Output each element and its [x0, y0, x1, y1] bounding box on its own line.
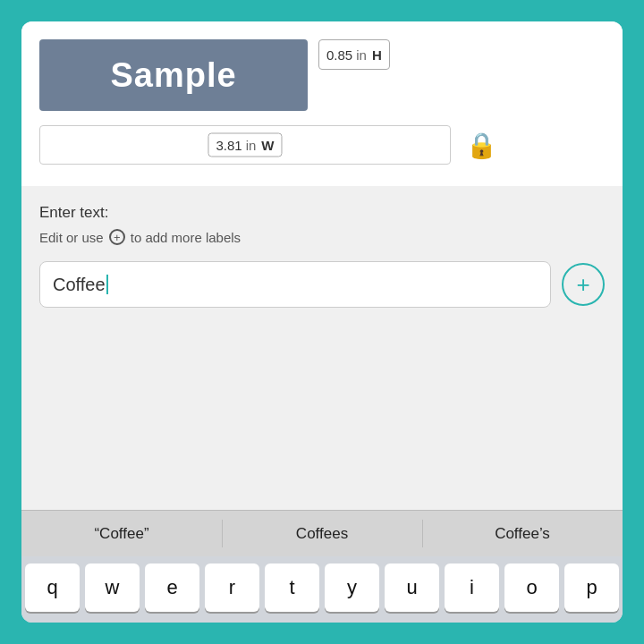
plus-circle-hint-icon: +: [109, 229, 125, 245]
autocomplete-item-1[interactable]: Coffees: [222, 511, 422, 556]
width-axis-label: W: [261, 138, 274, 153]
autocomplete-label-1: Coffees: [296, 525, 348, 543]
width-unit: in: [246, 138, 257, 153]
width-indicator: 3.81 in W: [208, 133, 282, 157]
keyboard-row-0: qwertyuiop: [25, 564, 619, 612]
key-i[interactable]: i: [445, 564, 499, 612]
edit-hint-prefix: Edit or use: [39, 230, 104, 245]
autocomplete-label-0: “Coffee”: [94, 525, 148, 543]
lock-icon-container[interactable]: 🔒: [462, 125, 501, 165]
edit-hint: Edit or use + to add more labels: [39, 229, 605, 245]
text-input-row: Coffee +: [39, 261, 605, 308]
autocomplete-label-2: Coffee’s: [495, 525, 550, 543]
phone-container: Sample 0.85 in H 3.81 in W 🔒 Enter text:: [21, 21, 623, 623]
label-preview-row: Sample 0.85 in H: [39, 39, 605, 111]
key-t[interactable]: t: [265, 564, 319, 612]
edit-hint-suffix: to add more labels: [131, 230, 241, 245]
preview-area: Sample 0.85 in H 3.81 in W 🔒: [21, 21, 623, 186]
text-input-field[interactable]: Coffee: [39, 261, 551, 308]
key-r[interactable]: r: [205, 564, 259, 612]
add-label-button[interactable]: +: [562, 263, 605, 306]
key-w[interactable]: w: [85, 564, 140, 612]
key-y[interactable]: y: [325, 564, 379, 612]
key-q[interactable]: q: [25, 564, 80, 612]
key-o[interactable]: o: [504, 564, 559, 612]
keyboard: qwertyuiop: [21, 556, 623, 623]
height-indicator: 0.85 in H: [318, 39, 390, 70]
width-value: 3.81: [216, 138, 242, 153]
lock-icon: 🔒: [466, 131, 497, 160]
add-label-icon: +: [576, 273, 589, 296]
text-entry-area: Enter text: Edit or use + to add more la…: [21, 186, 623, 510]
text-input-value: Coffee: [53, 275, 106, 295]
text-cursor: [106, 275, 108, 294]
key-u[interactable]: u: [385, 564, 439, 612]
height-value: 0.85: [326, 47, 352, 63]
key-p[interactable]: p: [564, 564, 619, 612]
label-preview-box: Sample: [39, 39, 308, 111]
autocomplete-bar: “Coffee” Coffees Coffee’s: [21, 510, 623, 556]
autocomplete-item-0[interactable]: “Coffee”: [21, 511, 222, 556]
key-e[interactable]: e: [145, 564, 199, 612]
autocomplete-item-2[interactable]: Coffee’s: [422, 511, 623, 556]
width-row: 3.81 in W 🔒: [39, 125, 605, 165]
enter-text-label: Enter text:: [39, 204, 605, 222]
height-axis-label: H: [372, 47, 382, 63]
label-preview-text: Sample: [110, 56, 236, 95]
height-unit: in: [356, 47, 367, 63]
width-box: 3.81 in W: [39, 125, 451, 165]
